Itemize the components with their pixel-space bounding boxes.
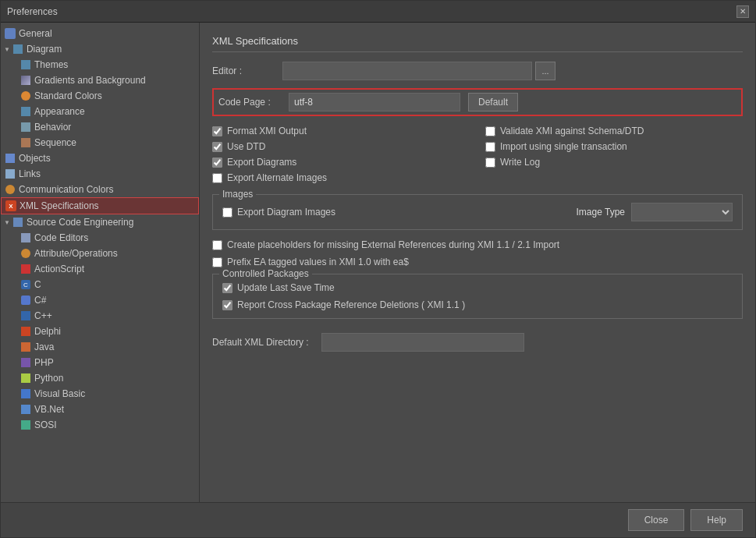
sidebar-item-behavior[interactable]: Behavior bbox=[1, 119, 199, 135]
image-type-row: Image Type bbox=[577, 203, 733, 221]
import-single-item: Import using single transaction bbox=[485, 141, 743, 152]
sidebar-item-diagram[interactable]: ▼ Diagram bbox=[1, 41, 199, 57]
prefix-ea-checkbox[interactable] bbox=[212, 257, 222, 267]
sidebar-item-links[interactable]: Links bbox=[1, 166, 199, 182]
sidebar-item-php[interactable]: PHP bbox=[1, 355, 199, 370]
write-log-item: Write Log bbox=[485, 157, 743, 168]
update-save-item: Update Last Save Time bbox=[222, 282, 733, 293]
links-icon bbox=[4, 168, 16, 180]
close-button[interactable]: Close bbox=[628, 509, 685, 531]
sidebar-item-java[interactable]: Java bbox=[1, 339, 199, 355]
sidebar-item-code-editors[interactable]: Code Editors bbox=[1, 230, 199, 246]
export-diagrams-item: Export Diagrams bbox=[212, 157, 470, 168]
sidebar-item-source-code[interactable]: ▼ Source Code Engineering bbox=[1, 214, 199, 230]
report-cross-label: Report Cross Package Reference Deletions… bbox=[237, 299, 465, 310]
prefix-ea-item: Prefix EA tagged values in XMI 1.0 with … bbox=[212, 257, 743, 267]
behavior-icon bbox=[20, 121, 32, 133]
update-save-label: Update Last Save Time bbox=[237, 282, 335, 293]
expand-arrow: ▼ bbox=[4, 46, 10, 53]
create-placeholders-item: Create placeholders for missing External… bbox=[212, 239, 743, 250]
images-group-title: Images bbox=[219, 189, 256, 200]
editor-input[interactable] bbox=[282, 62, 532, 80]
report-cross-item: Report Cross Package Reference Deletions… bbox=[222, 299, 733, 310]
images-group: Images Export Diagram Images Image Type bbox=[212, 194, 743, 230]
java-icon bbox=[20, 341, 32, 353]
expand-arrow-sce: ▼ bbox=[4, 219, 10, 226]
sidebar-item-delphi[interactable]: Delphi bbox=[1, 324, 199, 339]
sidebar-item-csharp[interactable]: C# bbox=[1, 292, 199, 308]
panel-title: XML Specifications bbox=[212, 35, 743, 52]
export-diagrams-label: Export Diagrams bbox=[227, 157, 296, 168]
image-type-label: Image Type bbox=[577, 207, 625, 218]
use-dtd-label: Use DTD bbox=[227, 141, 265, 152]
xml-dir-input[interactable] bbox=[321, 333, 524, 352]
use-dtd-item: Use DTD bbox=[212, 141, 470, 152]
comm-colors-icon bbox=[4, 183, 16, 196]
editor-label: Editor : bbox=[212, 65, 282, 76]
sidebar-item-sosi[interactable]: SOSI bbox=[1, 417, 199, 433]
editor-browse-button[interactable]: ... bbox=[535, 62, 555, 80]
sidebar-item-objects[interactable]: Objects bbox=[1, 150, 199, 166]
validate-xmi-checkbox[interactable] bbox=[485, 126, 495, 136]
code-page-row: Code Page : Default bbox=[212, 88, 743, 116]
write-log-checkbox[interactable] bbox=[485, 158, 495, 168]
image-type-select[interactable] bbox=[631, 203, 733, 221]
sidebar-item-standard-colors[interactable]: Standard Colors bbox=[1, 88, 199, 104]
import-single-label: Import using single transaction bbox=[500, 141, 627, 152]
write-log-label: Write Log bbox=[500, 157, 540, 168]
default-button[interactable]: Default bbox=[468, 93, 518, 111]
sidebar-item-sequence[interactable]: Sequence bbox=[1, 135, 199, 150]
code-page-label: Code Page : bbox=[218, 97, 289, 108]
update-save-checkbox[interactable] bbox=[222, 283, 232, 293]
export-images-item: Export Diagram Images bbox=[222, 207, 335, 218]
sce-icon bbox=[12, 216, 24, 228]
objects-icon bbox=[4, 152, 16, 165]
csharp-icon bbox=[20, 294, 32, 306]
appearance-icon bbox=[20, 105, 32, 118]
sidebar-item-vbnet[interactable]: VB.Net bbox=[1, 402, 199, 417]
images-row: Export Diagram Images Image Type bbox=[222, 203, 733, 221]
sidebar-item-xml-spec[interactable]: X XML Specifications bbox=[1, 197, 199, 214]
cpp-icon bbox=[20, 310, 32, 322]
sidebar-item-appearance[interactable]: Appearance bbox=[1, 104, 199, 119]
export-alt-label: Export Alternate Images bbox=[227, 172, 327, 183]
import-single-checkbox[interactable] bbox=[485, 142, 495, 152]
bottom-bar: Close Help bbox=[1, 502, 755, 537]
gradients-icon bbox=[20, 74, 32, 87]
vb-icon bbox=[20, 388, 32, 400]
code-page-input[interactable] bbox=[289, 93, 460, 111]
controlled-packages-group: Controlled Packages Update Last Save Tim… bbox=[212, 274, 743, 319]
sidebar-item-python[interactable]: Python bbox=[1, 370, 199, 386]
create-placeholders-checkbox[interactable] bbox=[212, 240, 222, 250]
create-placeholders-label: Create placeholders for missing External… bbox=[227, 239, 559, 250]
window-close-button[interactable]: ✕ bbox=[736, 5, 749, 18]
python-icon bbox=[20, 372, 32, 384]
xml-dir-label: Default XML Directory : bbox=[212, 337, 321, 348]
export-diagrams-checkbox[interactable] bbox=[212, 158, 222, 168]
sidebar-item-comm-colors[interactable]: Communication Colors bbox=[1, 182, 199, 197]
sidebar-item-general[interactable]: General bbox=[1, 26, 199, 41]
standard-colors-icon bbox=[20, 90, 32, 102]
sidebar-item-visual-basic[interactable]: Visual Basic bbox=[1, 386, 199, 402]
sosi-icon bbox=[20, 419, 32, 431]
prefix-ea-label: Prefix EA tagged values in XMI 1.0 with … bbox=[227, 257, 409, 267]
format-xmi-checkbox[interactable] bbox=[212, 126, 222, 136]
diagram-icon bbox=[12, 43, 24, 55]
sidebar-item-attr-ops[interactable]: Attribute/Operations bbox=[1, 246, 199, 261]
help-button[interactable]: Help bbox=[690, 509, 743, 531]
sidebar-item-actionscript[interactable]: ActionScript bbox=[1, 261, 199, 277]
main-panel: XML Specifications Editor : ... Code Pag… bbox=[200, 23, 755, 502]
export-alt-checkbox[interactable] bbox=[212, 173, 222, 183]
xml-spec-icon: X bbox=[5, 200, 17, 212]
sidebar-item-gradients[interactable]: Gradients and Background bbox=[1, 73, 199, 88]
sidebar-item-cpp[interactable]: C++ bbox=[1, 308, 199, 324]
delphi-icon bbox=[20, 325, 32, 338]
sidebar-item-themes[interactable]: Themes bbox=[1, 57, 199, 73]
report-cross-checkbox[interactable] bbox=[222, 300, 232, 310]
title-bar: Preferences ✕ bbox=[1, 1, 755, 23]
content-area: General ▼ Diagram Themes Gradients and B… bbox=[1, 23, 755, 502]
preferences-window: Preferences ✕ General ▼ Diagram Themes G… bbox=[0, 0, 756, 538]
sidebar-item-c[interactable]: C C bbox=[1, 277, 199, 292]
export-images-checkbox[interactable] bbox=[222, 207, 232, 218]
use-dtd-checkbox[interactable] bbox=[212, 142, 222, 152]
